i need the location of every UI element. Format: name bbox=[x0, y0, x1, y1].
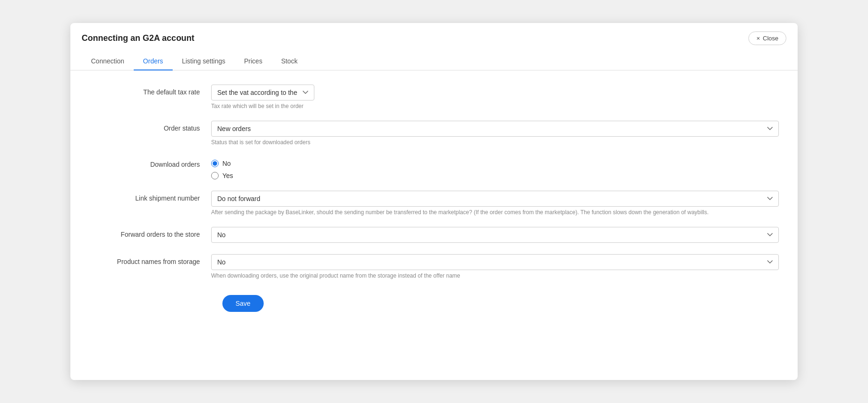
close-button[interactable]: × Close bbox=[748, 31, 786, 45]
hint-link-shipment-number: After sending the package by BaseLinker,… bbox=[211, 209, 779, 216]
label-link-shipment-number: Link shipment number bbox=[89, 191, 211, 202]
modal-title: Connecting an G2A account bbox=[82, 33, 194, 43]
field-download-orders: Download orders No Yes bbox=[89, 157, 779, 179]
select-product-names-from-storage[interactable]: No Yes bbox=[211, 254, 779, 270]
label-order-status: Order status bbox=[89, 121, 211, 132]
tabs-bar: Connection Orders Listing settings Price… bbox=[70, 53, 798, 70]
radio-label-no: No bbox=[222, 160, 231, 167]
control-order-status: New orders Processing Completed Cancelle… bbox=[211, 121, 779, 146]
control-product-names-from-storage: No Yes When downloading orders, use the … bbox=[211, 254, 779, 279]
hint-default-tax-rate: Tax rate which will be set in the order bbox=[211, 103, 779, 109]
field-order-status: Order status New orders Processing Compl… bbox=[89, 121, 779, 146]
label-product-names-from-storage: Product names from storage bbox=[89, 254, 211, 265]
radio-group-download-orders: No Yes bbox=[211, 157, 779, 179]
modal-header: Connecting an G2A account × Close bbox=[70, 23, 798, 45]
select-default-tax-rate[interactable]: Set the vat according to the Fixed rate bbox=[211, 85, 314, 101]
modal: Connecting an G2A account × Close Connec… bbox=[70, 23, 798, 380]
radio-label-yes: Yes bbox=[222, 172, 233, 179]
hint-order-status: Status that is set for downloaded orders bbox=[211, 139, 779, 146]
field-link-shipment-number: Link shipment number Do not forward Forw… bbox=[89, 191, 779, 216]
label-download-orders: Download orders bbox=[89, 157, 211, 168]
control-link-shipment-number: Do not forward Forward After sending the… bbox=[211, 191, 779, 216]
control-forward-orders-to-store: No Yes bbox=[211, 227, 779, 243]
radio-download-orders-yes[interactable]: Yes bbox=[211, 172, 779, 179]
select-link-shipment-number[interactable]: Do not forward Forward bbox=[211, 191, 779, 207]
radio-input-yes[interactable] bbox=[211, 172, 219, 179]
field-default-tax-rate: The default tax rate Set the vat accordi… bbox=[89, 85, 779, 109]
field-product-names-from-storage: Product names from storage No Yes When d… bbox=[89, 254, 779, 279]
content-area: The default tax rate Set the vat accordi… bbox=[70, 70, 798, 326]
hint-product-names-from-storage: When downloading orders, use the origina… bbox=[211, 272, 779, 279]
control-download-orders: No Yes bbox=[211, 157, 779, 179]
field-forward-orders-to-store: Forward orders to the store No Yes bbox=[89, 227, 779, 243]
save-row: Save bbox=[89, 290, 779, 312]
tab-stock[interactable]: Stock bbox=[272, 53, 307, 70]
tab-listing-settings[interactable]: Listing settings bbox=[173, 53, 235, 70]
close-label: Close bbox=[763, 35, 778, 42]
radio-input-no[interactable] bbox=[211, 160, 219, 167]
tab-prices[interactable]: Prices bbox=[235, 53, 272, 70]
select-order-status[interactable]: New orders Processing Completed Cancelle… bbox=[211, 121, 779, 137]
label-default-tax-rate: The default tax rate bbox=[89, 85, 211, 96]
control-default-tax-rate: Set the vat according to the Fixed rate … bbox=[211, 85, 779, 109]
tab-orders[interactable]: Orders bbox=[134, 53, 173, 70]
label-forward-orders-to-store: Forward orders to the store bbox=[89, 227, 211, 238]
radio-download-orders-no[interactable]: No bbox=[211, 160, 779, 167]
select-forward-orders-to-store[interactable]: No Yes bbox=[211, 227, 779, 243]
close-icon: × bbox=[756, 35, 760, 42]
save-button[interactable]: Save bbox=[222, 295, 264, 312]
tab-connection[interactable]: Connection bbox=[82, 53, 134, 70]
